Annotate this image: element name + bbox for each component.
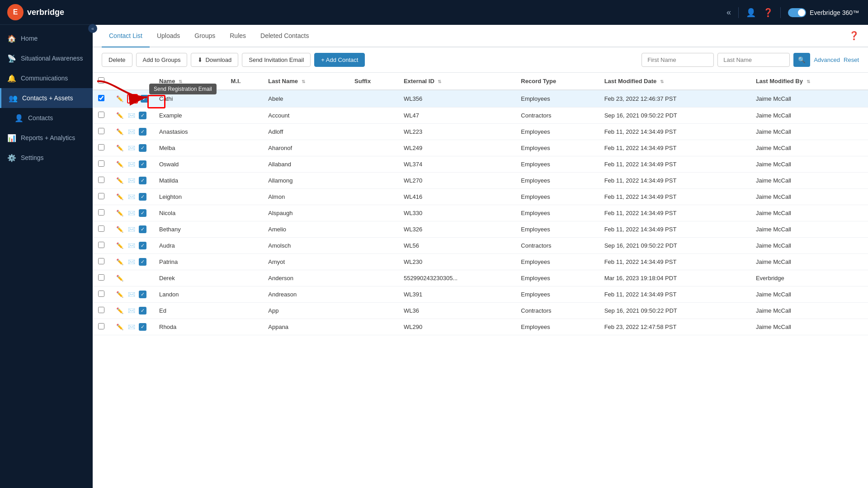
send-email-icon[interactable]: ✉️ — [127, 127, 136, 136]
row-checkbox-cell — [93, 156, 110, 173]
row-actions: ✏️✉️✓ — [115, 127, 148, 136]
select-all-checkbox[interactable] — [98, 77, 104, 84]
chevron-left-icon[interactable]: « — [726, 8, 731, 17]
view-icon[interactable]: ✓ — [139, 144, 146, 152]
page-help-icon[interactable]: ❓ — [849, 31, 859, 40]
row-checkbox[interactable] — [98, 144, 104, 150]
send-email-icon[interactable]: ✉️ — [127, 290, 136, 299]
col-last-name[interactable]: Last Name ⇅ — [263, 73, 349, 90]
toggle-360[interactable]: Everbridge 360™ — [788, 8, 859, 17]
suffix-cell — [349, 189, 398, 205]
edit-icon[interactable]: ✏️ — [115, 192, 124, 201]
edit-icon[interactable]: ✏️ — [115, 323, 124, 331]
view-icon[interactable]: ✓ — [139, 242, 146, 249]
edit-icon[interactable]: ✏️ — [115, 241, 124, 250]
sidebar-item-contacts[interactable]: 👤 Contacts — [0, 108, 93, 128]
row-checkbox[interactable] — [98, 307, 104, 313]
row-checkbox[interactable] — [98, 209, 104, 216]
send-email-icon[interactable]: ✉️ — [127, 209, 136, 217]
view-icon[interactable]: ✓ — [139, 225, 146, 233]
col-external-id[interactable]: External ID ⇅ — [398, 73, 515, 90]
sidebar-item-communications[interactable]: 🔔 Communications — [0, 68, 93, 88]
view-icon[interactable]: ✓ — [139, 291, 146, 298]
sidebar-item-home[interactable]: 🏠 Home — [0, 28, 93, 48]
row-checkbox[interactable] — [98, 193, 104, 199]
delete-button[interactable]: Delete — [102, 53, 132, 67]
edit-icon[interactable]: ✏️ — [115, 306, 124, 315]
add-contact-button[interactable]: + Add Contact — [314, 53, 365, 67]
tab-rules[interactable]: Rules — [222, 25, 253, 47]
edit-icon[interactable]: ✏️ — [115, 144, 124, 152]
advanced-link[interactable]: Advanced — [814, 56, 840, 63]
send-email-icon[interactable]: ✉️ — [127, 258, 136, 266]
view-icon[interactable]: ✓ — [139, 323, 146, 331]
edit-icon[interactable]: ✏️ — [115, 94, 124, 103]
sidebar-collapse-button[interactable]: « — [88, 24, 97, 33]
send-email-icon[interactable]: ✉️ — [127, 94, 138, 103]
view-icon[interactable]: ✓ — [139, 209, 146, 217]
row-checkbox[interactable] — [98, 225, 104, 232]
send-email-icon[interactable]: ✉️ — [127, 323, 136, 331]
sort-last-name-icon: ⇅ — [302, 79, 305, 84]
row-checkbox[interactable] — [98, 177, 104, 183]
tab-groups[interactable]: Groups — [187, 25, 222, 47]
row-checkbox[interactable] — [98, 242, 104, 248]
edit-icon[interactable]: ✏️ — [115, 258, 124, 266]
last-name-cell: Andreason — [263, 286, 349, 303]
tab-uploads[interactable]: Uploads — [150, 25, 187, 47]
toggle-switch[interactable] — [788, 8, 806, 17]
help-circle-icon[interactable]: ❓ — [763, 8, 773, 18]
view-icon[interactable]: ✓ — [139, 307, 146, 314]
view-icon[interactable]: ✓ — [139, 258, 146, 266]
row-checkbox[interactable] — [98, 291, 104, 297]
edit-icon[interactable]: ✏️ — [115, 274, 124, 282]
send-email-icon[interactable]: ✉️ — [127, 111, 136, 120]
view-icon[interactable]: ✓ — [139, 193, 146, 201]
view-icon[interactable]: ✓ — [139, 160, 146, 168]
sidebar-item-reports-analytics[interactable]: 📊 Reports + Analytics — [0, 128, 93, 148]
view-icon[interactable]: ✓ — [141, 95, 148, 103]
view-icon[interactable]: ✓ — [139, 128, 146, 136]
row-checkbox[interactable] — [98, 128, 104, 134]
send-email-icon[interactable]: ✉️ — [127, 176, 136, 185]
row-checkbox[interactable] — [98, 160, 104, 167]
record-type-cell: Employees — [515, 156, 599, 173]
last-name-input[interactable] — [717, 53, 790, 67]
row-checkbox[interactable] — [98, 274, 104, 281]
row-checkbox[interactable] — [98, 112, 104, 118]
send-email-icon[interactable]: ✉️ — [127, 241, 136, 250]
tab-contact-list[interactable]: Contact List — [102, 25, 150, 47]
edit-icon[interactable]: ✏️ — [115, 127, 124, 136]
edit-icon[interactable]: ✏️ — [115, 290, 124, 299]
user-icon[interactable]: 👤 — [746, 8, 756, 18]
suffix-cell — [349, 173, 398, 189]
send-email-icon[interactable]: ✉️ — [127, 306, 136, 315]
col-modified-date[interactable]: Last Modified Date ⇅ — [599, 73, 750, 90]
tab-deleted-contacts[interactable]: Deleted Contacts — [253, 25, 316, 47]
edit-icon[interactable]: ✏️ — [115, 111, 124, 120]
send-email-icon[interactable]: ✉️ — [127, 192, 136, 201]
sidebar-item-situational-awareness[interactable]: 📡 Situational Awareness — [0, 48, 93, 68]
view-icon[interactable]: ✓ — [139, 112, 146, 119]
first-name-input[interactable] — [642, 53, 714, 67]
send-email-icon[interactable]: ✉️ — [127, 160, 136, 169]
row-checkbox[interactable] — [98, 95, 104, 101]
row-checkbox[interactable] — [98, 323, 104, 329]
add-to-groups-button[interactable]: Add to Groups — [136, 53, 188, 67]
view-icon[interactable]: ✓ — [139, 177, 146, 184]
edit-icon[interactable]: ✏️ — [115, 209, 124, 217]
edit-icon[interactable]: ✏️ — [115, 176, 124, 185]
edit-icon[interactable]: ✏️ — [115, 160, 124, 169]
send-email-icon[interactable]: ✉️ — [127, 225, 136, 234]
send-invitation-email-button[interactable]: Send Invitation Email — [242, 53, 311, 67]
search-button[interactable]: 🔍 — [793, 53, 810, 67]
row-checkbox-cell — [93, 254, 110, 270]
row-checkbox[interactable] — [98, 258, 104, 264]
sidebar-item-contacts-assets[interactable]: 👥 Contacts + Assets — [0, 88, 93, 108]
reset-link[interactable]: Reset — [844, 56, 859, 63]
edit-icon[interactable]: ✏️ — [115, 225, 124, 234]
sidebar-item-settings[interactable]: ⚙️ Settings — [0, 148, 93, 168]
col-modified-by[interactable]: Last Modified By ⇅ — [750, 73, 868, 90]
download-button[interactable]: ⬇ Download — [191, 53, 238, 67]
send-email-icon[interactable]: ✉️ — [127, 144, 136, 152]
